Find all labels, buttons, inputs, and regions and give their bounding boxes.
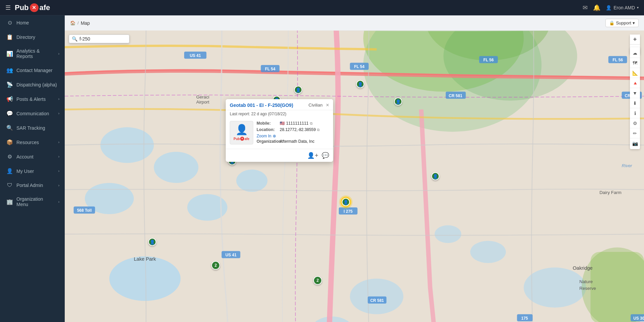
sidebar-item-label: Account bbox=[16, 154, 55, 159]
svg-text:Reserve: Reserve bbox=[579, 286, 596, 291]
sidebar-item-label: Directory bbox=[16, 35, 59, 40]
sidebar-item-communication[interactable]: 💬 Communication › bbox=[0, 106, 65, 121]
map-marker[interactable]: 👤 bbox=[356, 80, 364, 88]
svg-text:Geraci: Geraci bbox=[196, 94, 209, 100]
download-tool-button[interactable]: ⬇ bbox=[630, 98, 640, 108]
sidebar-item-label: Analytics & Reports bbox=[16, 48, 55, 59]
user-name: Eron AMD bbox=[613, 5, 635, 10]
svg-text:FL 54: FL 54 bbox=[265, 67, 275, 71]
map-view-button[interactable]: 🗺 bbox=[630, 58, 640, 68]
mobile-label: Mobile: bbox=[257, 121, 278, 126]
message-icon: 💬 bbox=[322, 152, 329, 159]
popup-close-button[interactable]: × bbox=[326, 103, 329, 108]
user-menu-chevron: ▾ bbox=[637, 6, 639, 9]
popup-avatar: 👤 Pub✕afe bbox=[230, 121, 253, 144]
map-search-bar: 🔍 bbox=[69, 35, 129, 43]
popup-body: 👤 Pub✕afe Mobile: 🇺🇸 1111111111 ⧉ bbox=[226, 118, 333, 149]
logo-pub-text: Pub bbox=[15, 3, 29, 12]
alert-tool-button[interactable]: 🔺 bbox=[630, 78, 640, 88]
map-marker-numbered[interactable]: 2 bbox=[211, 261, 220, 270]
filter-tool-button[interactable]: ▼ bbox=[630, 88, 640, 98]
hamburger-menu[interactable]: ☰ bbox=[5, 4, 11, 11]
map-marker[interactable]: 👤 bbox=[294, 86, 302, 94]
svg-point-1 bbox=[109, 256, 181, 301]
org-label: Organization: bbox=[257, 139, 278, 144]
sidebar-item-my-user[interactable]: 👤 My User › bbox=[0, 164, 65, 178]
sidebar-item-contact-manager[interactable]: 👥 Contact Manager bbox=[0, 63, 65, 77]
sidebar-item-org-menu[interactable]: 🏢 Organization Menu › bbox=[0, 192, 65, 211]
last-report-value: 22 d ago (07/18/22) bbox=[251, 112, 286, 116]
logo-icon: ✕ bbox=[30, 3, 39, 12]
support-chevron: ▾ bbox=[633, 20, 635, 25]
popup-header: Geotab 001 - EI - F-250(GO9) Civilian × bbox=[226, 99, 333, 110]
map-popup: Geotab 001 - EI - F-250(GO9) Civilian × … bbox=[226, 99, 333, 162]
copy-icon[interactable]: ⧉ bbox=[310, 121, 313, 126]
layers-tool-button[interactable]: ☁ bbox=[630, 48, 640, 58]
sidebar-item-posts-alerts[interactable]: 📢 Posts & Alerts › bbox=[0, 92, 65, 106]
sidebar-item-resources[interactable]: 📦 Resources › bbox=[0, 135, 65, 149]
map-marker[interactable]: 👤 bbox=[148, 238, 156, 246]
svg-point-3 bbox=[236, 170, 267, 192]
edit-tool-button[interactable]: ✏ bbox=[630, 128, 640, 138]
myuser-icon: 👤 bbox=[6, 168, 13, 174]
sidebar-item-directory[interactable]: 📋 Directory bbox=[0, 30, 65, 44]
map-container[interactable]: US 41 FL 54 FL 54 FL 56 FL 56 FL 54 FL 5… bbox=[65, 30, 644, 322]
popup-title: Geotab 001 - EI - F-250(GO9) bbox=[230, 103, 293, 108]
sidebar-item-label: Dispatching (alpha) bbox=[16, 82, 59, 87]
sidebar-item-account[interactable]: ⚙ Account › bbox=[0, 149, 65, 164]
sidebar-item-portal-admin[interactable]: 🛡 Portal Admin › bbox=[0, 178, 65, 192]
copy-coords-icon[interactable]: ⧉ bbox=[317, 128, 320, 132]
zoom-in-link[interactable]: Zoom In ⊕ bbox=[257, 134, 329, 138]
chevron-right-icon: › bbox=[58, 52, 59, 56]
svg-text:175: 175 bbox=[521, 316, 528, 321]
svg-point-8 bbox=[435, 225, 462, 243]
map-marker[interactable]: 👤 bbox=[394, 98, 402, 106]
map-search-input[interactable] bbox=[79, 36, 126, 42]
sidebar-item-label: SAR Tracking bbox=[16, 125, 59, 131]
mail-icon[interactable]: ✉ bbox=[583, 4, 588, 11]
directory-icon: 📋 bbox=[6, 34, 13, 40]
sidebar-item-dispatching[interactable]: 📡 Dispatching (alpha) bbox=[0, 77, 65, 92]
sidebar-item-home[interactable]: ⊙ Home bbox=[0, 15, 65, 30]
chevron-right-icon: › bbox=[58, 97, 59, 101]
zoom-in-button[interactable]: + bbox=[630, 35, 640, 45]
resources-icon: 📦 bbox=[6, 139, 13, 145]
search-icon: 🔍 bbox=[72, 36, 77, 42]
user-menu[interactable]: 👤 Eron AMD ▾ bbox=[606, 5, 639, 10]
message-button[interactable]: 💬 bbox=[322, 152, 329, 159]
portal-icon: 🛡 bbox=[6, 182, 13, 188]
settings-tool-button[interactable]: ⚙ bbox=[630, 118, 640, 128]
svg-text:FL 56: FL 56 bbox=[612, 58, 623, 62]
map-marker[interactable]: 👤 bbox=[431, 172, 439, 180]
svg-text:River: River bbox=[622, 163, 633, 168]
org-value: Aftermath Data, Inc bbox=[280, 139, 314, 144]
communication-icon: 💬 bbox=[6, 110, 13, 117]
analytics-icon: 📊 bbox=[6, 51, 13, 57]
mobile-number: 1111111111 bbox=[286, 121, 309, 126]
svg-text:CR 581: CR 581 bbox=[370, 298, 384, 303]
svg-text:US 41: US 41 bbox=[225, 253, 237, 257]
avatar-person-icon: 👤 bbox=[235, 125, 248, 135]
chevron-right-icon: › bbox=[58, 112, 59, 115]
sidebar-item-analytics[interactable]: 📊 Analytics & Reports › bbox=[0, 44, 65, 63]
sidebar-item-label: Organization Menu bbox=[16, 196, 55, 207]
add-contact-button[interactable]: 👤+ bbox=[307, 152, 318, 159]
svg-text:I 275: I 275 bbox=[344, 209, 353, 214]
chevron-right-icon: › bbox=[58, 155, 59, 158]
info-tool-button[interactable]: ℹ bbox=[630, 108, 640, 118]
sidebar-item-sar-tracking[interactable]: 🔍 SAR Tracking bbox=[0, 121, 65, 135]
map-background: US 41 FL 54 FL 54 FL 56 FL 56 FL 54 FL 5… bbox=[65, 30, 644, 322]
svg-text:Airport: Airport bbox=[196, 100, 209, 105]
sar-icon: 🔍 bbox=[6, 125, 13, 131]
support-button[interactable]: 🔒 Support ▾ bbox=[605, 19, 639, 27]
bell-icon[interactable]: 🔔 bbox=[593, 4, 600, 11]
map-marker-numbered[interactable]: 2 bbox=[313, 276, 322, 285]
ruler-tool-button[interactable]: 📐 bbox=[630, 68, 640, 78]
home-breadcrumb-icon[interactable]: 🏠 bbox=[70, 20, 75, 25]
breadcrumb-separator: / bbox=[77, 20, 79, 25]
breadcrumb-current: Map bbox=[81, 20, 90, 26]
support-label: Support bbox=[616, 20, 631, 25]
camera-tool-button[interactable]: 📷 bbox=[630, 138, 640, 148]
map-marker-selected[interactable]: 👤 bbox=[342, 198, 350, 206]
location-value: 28.12772,-82.38559 bbox=[280, 127, 316, 132]
